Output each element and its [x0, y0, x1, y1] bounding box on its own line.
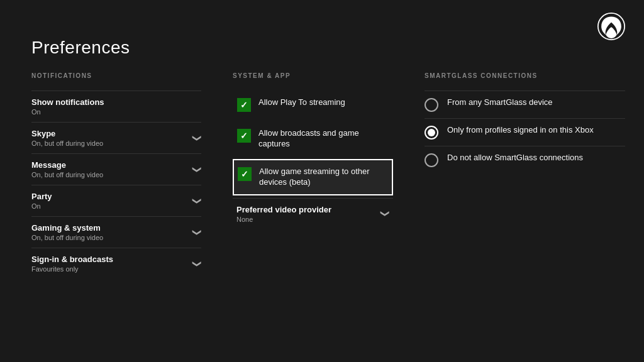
sg-item-any-device[interactable]: From any SmartGlass device: [425, 90, 625, 118]
notifications-list: Show notifications On Skype On, but off …: [31, 90, 201, 279]
smartglass-column: SMARTGLASS CONNECTIONS From any SmartGla…: [425, 72, 625, 279]
notif-item-title-show-notifications: Show notifications: [31, 97, 104, 107]
video-provider-value: None: [236, 216, 331, 223]
notif-chevron-icon-message: ❯: [192, 166, 203, 173]
sys-item-broadcasts[interactable]: ✓ Allow broadcasts and game captures: [233, 121, 393, 156]
sg-item-label-any-device: From any SmartGlass device: [447, 97, 553, 108]
notif-item-text-skype: Skype On, but off during video: [31, 129, 103, 147]
system-app-column: SYSTEM & APP ✓ Allow Play To streaming ✓…: [233, 72, 393, 279]
notif-item-gaming-system[interactable]: Gaming & system On, but off during video…: [31, 216, 201, 248]
sg-item-label-profiles-signed-in: Only from profiles signed in on this Xbo…: [447, 125, 594, 136]
checkmark-icon-play-to: ✓: [240, 101, 248, 109]
notif-item-text-party: Party On: [31, 192, 52, 210]
notif-item-skype[interactable]: Skype On, but off during video ❯: [31, 122, 201, 153]
notif-item-title-skype: Skype: [31, 129, 103, 138]
radio-any-device: [425, 98, 438, 112]
notif-chevron-icon-gaming-system: ❯: [192, 229, 203, 236]
radio-profiles-signed-in: [425, 126, 438, 140]
notifications-section-label: NOTIFICATIONS: [31, 72, 201, 82]
notif-item-text-sign-in-broadcasts: Sign-in & broadcasts Favourites only: [31, 255, 113, 273]
smartglass-section-label: SMARTGLASS CONNECTIONS: [425, 72, 625, 82]
notif-item-sub-show-notifications: On: [31, 108, 104, 116]
sys-item-game-streaming[interactable]: ✓ Allow game streaming to other devices …: [233, 159, 393, 195]
notif-item-party[interactable]: Party On ❯: [31, 185, 201, 216]
notif-item-text-gaming-system: Gaming & system On, but off during video: [31, 223, 103, 241]
columns-wrapper: NOTIFICATIONS Show notifications On Skyp…: [31, 72, 625, 279]
system-app-section-label: SYSTEM & APP: [233, 72, 393, 82]
checkbox-play-to: ✓: [237, 98, 251, 112]
notif-item-sub-message: On, but off during video: [31, 171, 103, 178]
checkbox-broadcasts: ✓: [237, 129, 251, 143]
video-provider-content: Preferred video provider None: [236, 205, 331, 223]
sys-item-play-to[interactable]: ✓ Allow Play To streaming: [233, 90, 393, 119]
sys-item-label-play-to: Allow Play To streaming: [258, 97, 345, 108]
notifications-column: NOTIFICATIONS Show notifications On Skyp…: [31, 72, 201, 279]
notif-item-sub-gaming-system: On, but off during video: [31, 234, 103, 241]
notif-item-sign-in-broadcasts[interactable]: Sign-in & broadcasts Favourites only ❯: [31, 248, 201, 279]
notif-item-text-show-notifications: Show notifications On: [31, 97, 104, 116]
xbox-logo: [597, 13, 625, 40]
notif-item-title-sign-in-broadcasts: Sign-in & broadcasts: [31, 255, 113, 264]
sys-item-label-broadcasts: Allow broadcasts and game captures: [258, 128, 389, 150]
checkbox-game-streaming: ✓: [238, 167, 252, 181]
radio-do-not-allow: [425, 153, 438, 167]
video-provider-dropdown[interactable]: Preferred video provider None ❯: [233, 198, 393, 229]
notif-chevron-icon-skype: ❯: [192, 134, 203, 142]
notif-chevron-icon-sign-in-broadcasts: ❯: [192, 260, 203, 268]
system-checkboxes-list: ✓ Allow Play To streaming ✓ Allow broadc…: [233, 90, 393, 195]
notif-item-sub-party: On: [31, 202, 52, 210]
notif-item-show-notifications[interactable]: Show notifications On: [31, 90, 201, 122]
notif-item-sub-sign-in-broadcasts: Favourites only: [31, 265, 113, 273]
checkmark-icon-game-streaming: ✓: [241, 170, 248, 178]
notif-item-title-gaming-system: Gaming & system: [31, 223, 103, 233]
sg-item-profiles-signed-in[interactable]: Only from profiles signed in on this Xbo…: [425, 118, 625, 146]
video-provider-title: Preferred video provider: [236, 205, 331, 214]
notif-chevron-icon-party: ❯: [192, 197, 203, 205]
notif-item-title-message: Message: [31, 160, 103, 170]
sg-item-do-not-allow[interactable]: Do not allow SmartGlass connections: [425, 146, 625, 173]
page-title: Preferences: [31, 38, 130, 58]
radio-inner-profiles-signed-in: [428, 129, 435, 136]
checkmark-icon-broadcasts: ✓: [240, 131, 248, 140]
video-provider-chevron-icon: ❯: [380, 210, 391, 217]
notif-item-title-party: Party: [31, 192, 52, 201]
sg-item-label-do-not-allow: Do not allow SmartGlass connections: [447, 153, 583, 163]
notif-item-message[interactable]: Message On, but off during video ❯: [31, 153, 201, 185]
sys-item-label-game-streaming: Allow game streaming to other devices (b…: [259, 167, 388, 188]
smartglass-options-list: From any SmartGlass device Only from pro…: [425, 90, 625, 173]
notif-item-text-message: Message On, but off during video: [31, 160, 103, 178]
notif-item-sub-skype: On, but off during video: [31, 140, 103, 147]
